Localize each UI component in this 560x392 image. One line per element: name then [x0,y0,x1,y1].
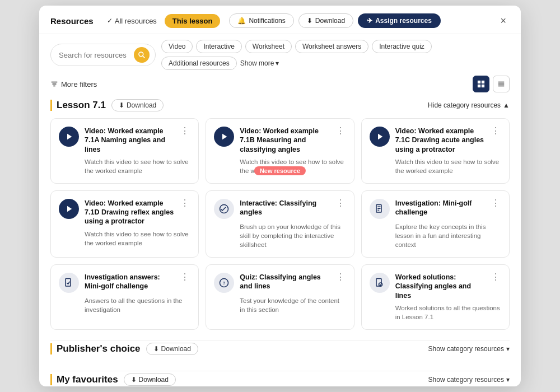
lesson-title: Lesson 7.1 [50,100,106,111]
resource-card: Video: Worked example 7.1B Measuring and… [206,118,354,184]
show-publisher-button[interactable]: Show category resources ▾ [428,345,510,353]
grid-icon [477,80,485,88]
new-resource-badge: New resource [254,166,306,175]
card-menu-button[interactable]: ⋮ [490,199,501,208]
checkmark-icon: ✓ [107,17,113,25]
filter-chips: Video Interactive Worksheet Worksheet an… [161,40,510,70]
card-menu-button[interactable]: ⋮ [490,127,501,136]
card-desc: Watch this video to see how to solve the… [59,157,190,175]
card-menu-button[interactable]: ⋮ [335,127,346,136]
favourites-title-group: My favourites ⬇ Download [50,374,176,386]
card-icon-play [214,127,234,147]
search-icon [138,51,146,59]
publisher-download-button[interactable]: ⬇ Download [146,343,198,355]
bell-icon: 🔔 [237,17,246,25]
svg-point-0 [139,52,143,57]
more-filters-button[interactable]: More filters [50,80,97,88]
card-icon-play [370,127,390,147]
search-button[interactable] [134,47,150,63]
hide-category-button[interactable]: Hide category resources ▲ [428,101,510,109]
svg-rect-8 [482,85,484,87]
card-top: Video: Worked example 7.1C Drawing acute… [370,127,501,154]
favourites-download-button[interactable]: ⬇ Download [124,374,176,386]
filter-icon [50,80,58,88]
resource-card: Video: Worked example 7.1D Drawing refle… [50,190,199,258]
resource-card: Video: Worked example 7.1C Drawing acute… [361,118,510,184]
card-menu-button[interactable]: ⋮ [335,273,346,282]
svg-rect-7 [478,85,480,87]
chip-interactive-quiz[interactable]: Interactive quiz [372,40,432,53]
category-header: Lesson 7.1 ⬇ Download Hide category reso… [50,99,510,111]
card-title: Video: Worked example 7.1D Drawing refle… [85,199,174,226]
close-button[interactable]: × [497,14,510,28]
search-filter-bar: Video Interactive Worksheet Worksheet an… [39,34,521,73]
tab-this-lesson[interactable]: This lesson [165,14,221,28]
resource-card: Interactive: Classifying angles ⋮ Brush … [206,190,354,258]
resource-card: Investigation: Mini-golf challenge ⋮ Exp… [361,190,510,258]
card-title: Quiz: Classifying angles and lines [240,273,329,291]
favourites-category-header: My favourites ⬇ Download Show category r… [50,374,510,386]
tab-all-resources[interactable]: ✓ All resources [102,15,161,27]
card-top: ? Quiz: Classifying angles and lines ⋮ [214,273,346,293]
show-more-button[interactable]: Show more ▾ [240,59,279,67]
card-top: Worked solutions: Classifying angles and… [370,273,501,300]
download-button[interactable]: ⬇ Download [298,13,353,28]
chevron-down-icon: ▾ [276,59,279,67]
chip-worksheet-answers[interactable]: Worksheet answers [295,40,368,53]
card-title: Video: Worked example 7.1A Naming angles… [85,127,174,154]
assign-resources-button[interactable]: ✈ Assign resources [358,13,441,28]
resource-card: Investigation answers: Mini-golf challen… [50,264,199,330]
card-desc: Explore the key concepts in this lesson … [370,222,501,249]
show-favourites-button[interactable]: Show category resources ▾ [428,376,510,384]
category-title-group: Lesson 7.1 ⬇ Download [50,99,164,111]
header-actions: 🔔 Notifications ⬇ Download ✈ Assign reso… [229,13,440,28]
chevron-down-icon: ▾ [506,345,510,353]
content-area: Lesson 7.1 ⬇ Download Hide category reso… [39,97,521,386]
resource-card: ? Quiz: Classifying angles and lines ⋮ T… [206,264,354,330]
svg-marker-12 [67,134,72,140]
download-sm-icon: ⬇ [131,376,137,384]
resource-card: Video: Worked example 7.1A Naming angles… [50,118,199,184]
more-filters-bar: More filters [39,73,521,97]
card-top: Video: Worked example 7.1A Naming angles… [59,127,190,154]
lesson-section: Lesson 7.1 ⬇ Download Hide category reso… [50,99,510,330]
search-input[interactable] [59,51,132,59]
notifications-button[interactable]: 🔔 Notifications [229,13,293,28]
svg-marker-14 [378,134,382,140]
card-desc: Answers to all the questions in the inve… [59,296,190,314]
card-menu-button[interactable]: ⋮ [335,199,346,208]
publisher-section: Publisher's choice ⬇ Download Show categ… [50,340,510,366]
modal-title: Resources [50,16,94,26]
publisher-title-group: Publisher's choice ⬇ Download [50,343,198,355]
grid-view-button[interactable] [473,76,489,92]
list-view-button[interactable] [493,76,510,92]
card-top: Investigation answers: Mini-golf challen… [59,273,190,293]
card-menu-button[interactable]: ⋮ [179,273,190,282]
card-icon-play [59,127,79,147]
view-toggle [473,76,510,92]
card-icon-worked-solutions [370,273,390,293]
card-menu-button[interactable]: ⋮ [490,273,501,282]
chip-video[interactable]: Video [161,40,193,53]
card-icon-interactive [214,199,234,219]
svg-line-1 [143,56,145,58]
lesson-download-button[interactable]: ⬇ Download [111,99,164,111]
card-icon-quiz: ? [214,273,234,293]
download-icon: ⬇ [307,17,312,25]
card-title: Investigation: Mini-golf challenge [395,199,484,217]
chip-interactive[interactable]: Interactive [196,40,241,53]
svg-rect-6 [482,81,484,83]
list-icon [497,80,505,88]
card-menu-button[interactable]: ⋮ [179,199,190,208]
download-sm-icon: ⬇ [153,345,159,353]
search-box [50,44,156,66]
chip-additional-resources[interactable]: Additional resources [161,57,237,70]
chip-worksheet[interactable]: Worksheet [245,40,292,53]
publisher-category-header: Publisher's choice ⬇ Download Show categ… [50,343,510,355]
modal-header: Resources ✓ All resources This lesson 🔔 … [39,6,521,34]
chevron-up-icon: ▲ [503,101,510,109]
card-menu-button[interactable]: ⋮ [179,127,190,136]
svg-marker-15 [67,206,72,212]
card-title: Video: Worked example 7.1B Measuring and… [240,127,329,154]
svg-rect-5 [478,81,480,83]
